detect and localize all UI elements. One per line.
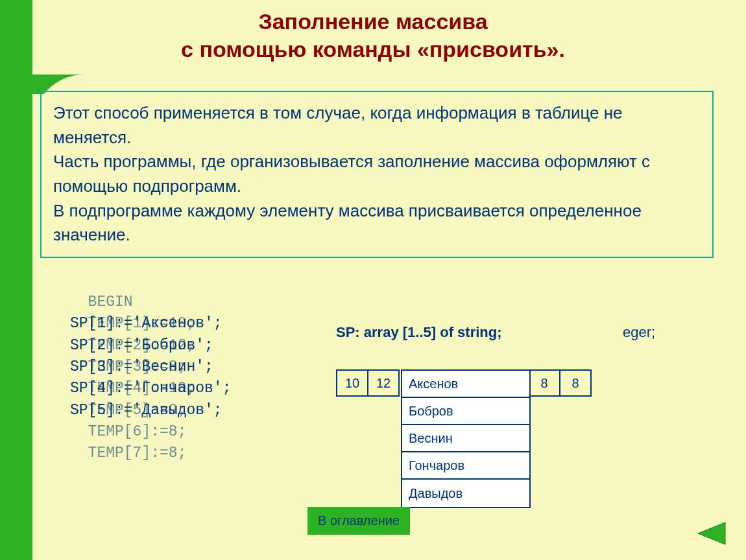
num-cell: 8 <box>528 369 560 397</box>
name-row: Давыдов <box>402 480 529 507</box>
name-row: Веснин <box>402 425 529 452</box>
name-row: Гончаров <box>402 452 529 480</box>
toc-button[interactable]: В оглавление <box>307 507 410 535</box>
title-line-2: с помощью команды «присвоить». <box>0 36 746 64</box>
name-row: Бобров <box>402 398 529 425</box>
svg-marker-0 <box>698 522 725 544</box>
left-arrow-icon <box>693 520 729 547</box>
title-line-1: Заполнение массива <box>0 8 746 36</box>
info-text: Этот способ применяется в том случае, ко… <box>53 101 701 248</box>
array-declaration: SP: array [1..5] of string; <box>336 324 502 341</box>
names-column: Аксенов Бобров Веснин Гончаров Давыдов <box>401 369 531 508</box>
code-block: BEGIN TEMP[1]:=10; TEMP[2]:=12; TEMP[3]:… <box>70 292 88 356</box>
info-box: Этот способ применяется в том случае, ко… <box>40 91 714 258</box>
page-title: Заполнение массива с помощью команды «пр… <box>0 8 746 63</box>
name-row: Аксенов <box>402 371 529 398</box>
code-front-layer: SP[1]:='Аксенов'; SP[2]:='Бобров'; SP[3]… <box>70 292 231 421</box>
declaration-tail: eger; <box>623 324 655 341</box>
num-cell: 8 <box>559 369 592 397</box>
num-cell: 12 <box>367 369 400 397</box>
prev-arrow-button[interactable] <box>693 520 729 547</box>
num-cell: 10 <box>336 369 368 397</box>
